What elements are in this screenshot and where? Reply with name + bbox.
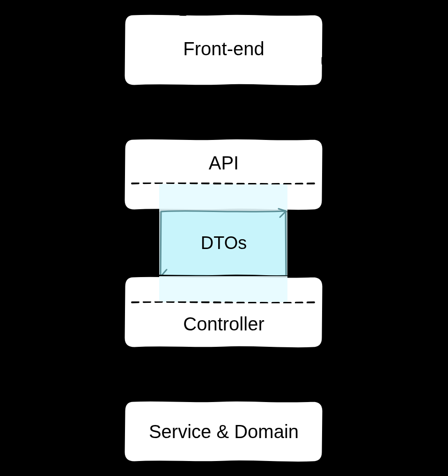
controller-label: Controller <box>183 314 264 334</box>
frontend-label: Front-end <box>183 38 264 59</box>
dtos-label: DTOs <box>201 233 247 253</box>
arrow-api-to-frontend <box>232 90 244 136</box>
service-domain-label: Service & Domain <box>149 421 299 442</box>
arrow-service-to-controller <box>232 352 244 398</box>
arrow-frontend-to-api <box>205 89 216 135</box>
dtos-halo-over-api <box>159 184 287 212</box>
architecture-diagram: Front-end API DTOs Controller <box>0 0 448 476</box>
arrow-controller-to-service <box>205 351 216 397</box>
api-label: API <box>209 153 239 173</box>
dtos-halo-over-controller <box>159 276 287 302</box>
